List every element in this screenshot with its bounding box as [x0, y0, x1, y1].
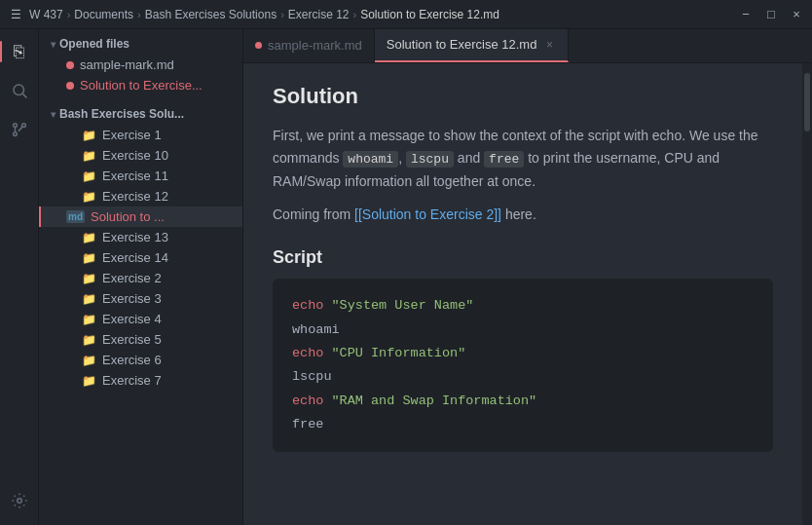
tree-chevron: ▾ [51, 109, 55, 120]
tab-label-solution: Solution to Exercise 12.md [387, 37, 537, 52]
settings-activity-icon[interactable] [3, 484, 36, 517]
tree-item-exercise4[interactable]: 📁 Exercise 4 [39, 309, 242, 329]
tree-item-exercise11[interactable]: 📁 Exercise 11 [39, 166, 242, 186]
sep1: › [67, 9, 71, 20]
tree-item-label-ex6: Exercise 6 [102, 353, 162, 367]
tree-item-exercise10[interactable]: 📁 Exercise 10 [39, 145, 242, 166]
minimize-button[interactable]: − [738, 7, 754, 22]
content-h2: Script [273, 246, 773, 269]
code-line-4: lscpu [292, 365, 754, 389]
code-str-3: "CPU Information" [332, 346, 466, 360]
tab-solution[interactable]: Solution to Exercise 12.md × [375, 29, 570, 62]
content-h1: Solution [273, 83, 773, 111]
tree-item-exercise12[interactable]: 📁 Exercise 12 [39, 186, 242, 206]
code-lscpu: lscpu [406, 151, 454, 168]
opened-file-sample-mark[interactable]: sample-mark.md [39, 55, 242, 75]
code-str-5: "RAM and Swap Information" [332, 394, 537, 408]
code-line-6: free [292, 413, 754, 436]
svg-point-3 [13, 132, 17, 136]
tabs-bar: sample-mark.md Solution to Exercise 12.m… [243, 29, 812, 63]
folder-icon-ex7: 📁 [82, 374, 96, 388]
tab-close-solution[interactable]: × [542, 38, 556, 52]
opened-files-label: Opened files [59, 37, 129, 51]
tree-item-exercise1[interactable]: 📁 Exercise 1 [39, 125, 242, 145]
folder-icon-ex12: 📁 [82, 190, 96, 204]
tree-item-label-ex12: Exercise 12 [102, 189, 168, 204]
folder-icon-ex6: 📁 [82, 354, 96, 367]
tab-modified-dot-sample [255, 42, 262, 49]
close-button[interactable]: × [789, 7, 804, 22]
tree-item-label-ex10: Exercise 10 [102, 148, 168, 163]
opened-file-sample-name: sample-mark.md [80, 57, 174, 72]
app-name: W 437 [29, 8, 63, 21]
p2-link[interactable]: [[Solution to Exercise 2]] [354, 206, 501, 222]
sep3: › [280, 9, 284, 20]
folder-icon-ex3: 📁 [82, 292, 96, 306]
content-p2: Coming from [[Solution to Exercise 2]] h… [273, 204, 773, 227]
tree-item-label-ex4: Exercise 4 [102, 312, 162, 326]
search-activity-icon[interactable] [3, 74, 36, 107]
sep2: › [137, 9, 141, 20]
code-str-1: "System User Name" [332, 298, 474, 313]
scrollbar-track[interactable] [802, 63, 812, 525]
tree-item-label-ex11: Exercise 11 [102, 169, 168, 183]
p2-start: Coming from [273, 206, 354, 222]
crumb-bash-exercises[interactable]: Bash Exercises Solutions [145, 8, 277, 21]
tree-label: Bash Exercises Solu... [59, 107, 184, 121]
opened-files-chevron: ▾ [51, 39, 55, 50]
crumb-documents[interactable]: Documents [74, 8, 133, 21]
p2-end: here. [501, 206, 536, 222]
opened-file-solution-name: Solution to Exercise... [80, 78, 203, 93]
crumb-exercise12[interactable]: Exercise 12 [288, 8, 350, 21]
folder-icon-ex10: 📁 [82, 149, 96, 163]
tree-item-label-ex5: Exercise 5 [102, 332, 162, 347]
tree-item-label-ex1: Exercise 1 [102, 128, 162, 142]
tree-item-label-ex2: Exercise 2 [102, 271, 162, 285]
opened-file-solution[interactable]: Solution to Exercise... [39, 75, 242, 95]
content-p1: First, we print a message to show the co… [273, 125, 773, 195]
source-control-activity-icon[interactable] [3, 113, 36, 146]
tree-item-label-ex3: Exercise 3 [102, 291, 162, 306]
tree-item-exercise14[interactable]: 📁 Exercise 14 [39, 247, 242, 268]
code-free: free [484, 151, 524, 168]
tree-item-label-ex13: Exercise 13 [102, 230, 168, 244]
sep4: › [353, 9, 357, 20]
tree-header[interactable]: ▾ Bash Exercises Solu... [39, 103, 242, 125]
md-icon-solution: md [66, 210, 85, 223]
tree-item-exercise5[interactable]: 📁 Exercise 5 [39, 329, 242, 350]
code-cmd-3: echo [292, 346, 323, 360]
svg-point-5 [17, 499, 21, 504]
tree-item-exercise3[interactable]: 📁 Exercise 3 [39, 288, 242, 309]
tab-sample-mark[interactable]: sample-mark.md [243, 29, 375, 62]
titlebar: ☰ W 437 › Documents › Bash Exercises Sol… [0, 0, 812, 29]
code-cmd-1: echo [292, 298, 323, 313]
tree-item-exercise6[interactable]: 📁 Exercise 6 [39, 350, 242, 370]
p1-mid2: and [454, 150, 484, 166]
editor-content[interactable]: Solution First, we print a message to sh… [243, 63, 802, 525]
titlebar-controls: − □ × [738, 7, 804, 22]
maximize-button[interactable]: □ [763, 7, 779, 22]
code-cmd-5: echo [292, 394, 323, 408]
crumb-solution[interactable]: Solution to Exercise 12.md [360, 8, 499, 21]
editor-wrapper: Solution First, we print a message to sh… [243, 63, 812, 525]
breadcrumb: W 437 › Documents › Bash Exercises Solut… [29, 8, 499, 21]
opened-files-header[interactable]: ▾ Opened files [39, 33, 242, 55]
folder-icon-ex11: 📁 [82, 169, 96, 183]
folder-icon-ex14: 📁 [82, 251, 96, 265]
tree-item-solution[interactable]: md Solution to ... [39, 206, 242, 227]
folder-icon-ex1: 📁 [82, 129, 96, 142]
code-line-5: echo "RAM and Swap Information" [292, 390, 754, 413]
code-line-3: echo "CPU Information" [292, 342, 754, 365]
tree-item-exercise7[interactable]: 📁 Exercise 7 [39, 370, 242, 391]
titlebar-left: ☰ W 437 › Documents › Bash Exercises Sol… [8, 7, 738, 22]
scrollbar-thumb[interactable] [804, 73, 810, 131]
tree-item-exercise13[interactable]: 📁 Exercise 13 [39, 227, 242, 247]
p1-mid1: , [398, 150, 406, 166]
files-activity-icon[interactable]: ⎘ [3, 35, 36, 68]
modified-dot-sample [66, 61, 74, 69]
app-body: ⎘ ▾ Opened files [0, 29, 812, 525]
tab-label-sample: sample-mark.md [268, 38, 362, 53]
tree-item-exercise2[interactable]: 📁 Exercise 2 [39, 268, 242, 288]
code-line-1: echo "System User Name" [292, 294, 754, 318]
tree-item-label-ex14: Exercise 14 [102, 250, 168, 265]
